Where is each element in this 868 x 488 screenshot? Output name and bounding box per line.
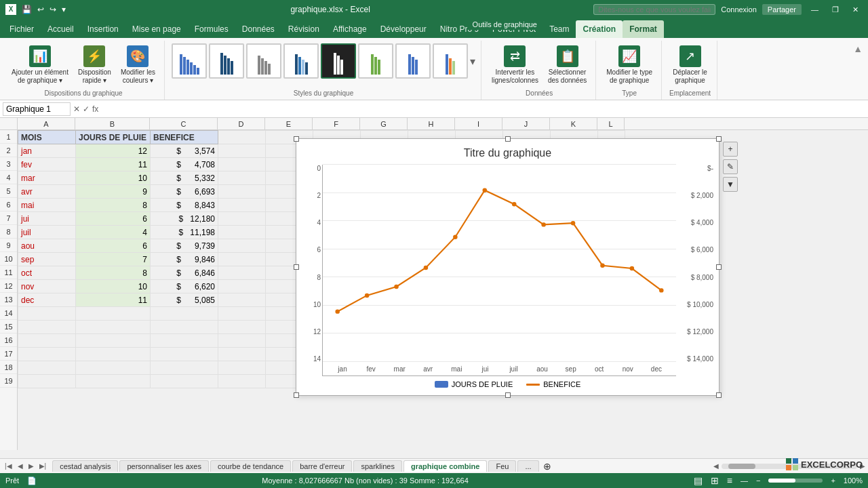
sheet-tab-feu[interactable]: Feu [488,460,516,472]
confirm-formula-icon[interactable]: ✓ [83,104,90,114]
disposition-rapide-button[interactable]: ⚡ Dispositionrapide ▾ [75,43,115,87]
cell-A10[interactable]: sep [18,253,76,266]
cancel-formula-icon[interactable]: ✕ [73,104,80,114]
cell-D2[interactable] [218,144,266,158]
cell-A13[interactable]: dec [18,293,76,307]
chart-style-3[interactable] [246,43,281,79]
connexion-button[interactable]: Connexion [721,5,757,14]
tab-developpeur[interactable]: Développeur [374,20,433,38]
zoom-in-button[interactable]: + [831,476,835,485]
handle-top-middle[interactable] [505,136,511,142]
col-header-A[interactable]: A [18,118,75,129]
cell-A7[interactable]: jui [18,212,76,226]
page-layout-button[interactable]: ⊞ [711,475,719,486]
styles-scroll-down[interactable]: ▾ [470,55,475,68]
formula-input[interactable] [101,104,865,114]
minimize-button[interactable]: — [807,4,823,15]
cell-C9[interactable]: $ 9,739 [151,239,218,253]
col-header-G[interactable]: G [360,118,408,129]
cell-A3[interactable]: fev [18,158,76,171]
tab-accueil[interactable]: Accueil [41,20,81,38]
cell-A18[interactable] [18,361,76,375]
cell-A8[interactable]: juil [18,226,76,239]
selectionner-button[interactable]: 📋 Sélectionnerdes données [545,43,590,87]
sheet-nav-prev[interactable]: ◀ [16,462,25,470]
col-header-C[interactable]: C [150,118,218,129]
tab-fichier[interactable]: Fichier [3,20,41,38]
save-icon[interactable]: 💾 [20,3,33,16]
cell-B8[interactable]: 4 [76,226,151,239]
chart-style-button[interactable]: ✎ [723,159,738,174]
horizontal-scroll-left[interactable]: ◀ [713,462,719,470]
tab-donnees[interactable]: Données [235,20,281,38]
page-break-button[interactable]: ≡ [727,475,732,486]
partager-button[interactable]: Partager [762,4,802,15]
tab-mise-en-page[interactable]: Mise en page [125,20,188,38]
cell-B13[interactable]: 11 [76,293,151,307]
col-header-F[interactable]: F [313,118,360,129]
modifier-type-button[interactable]: 📈 Modifier le typede graphique [603,43,656,87]
customize-icon[interactable]: ▾ [60,3,67,16]
help-search-input[interactable] [593,4,715,15]
cell-C8[interactable]: $ 11,198 [151,226,218,239]
ribbon-collapse-button[interactable]: ▲ [850,41,865,57]
chart-style-6[interactable] [358,43,393,79]
cell-D1[interactable] [218,131,266,144]
deplacer-button[interactable]: ↗ Déplacer legraphique [669,43,711,87]
chart-plot[interactable]: jan fev mar avr mai jui juil aou sep oct [322,165,676,376]
cell-C4[interactable]: $ 5,332 [151,171,218,185]
cell-C6[interactable]: $ 8,843 [151,199,218,212]
cell-C13[interactable]: $ 5,085 [151,293,218,307]
chart-overlay[interactable]: + ✎ ▼ Titre du graphique 14 12 10 8 6 [296,138,719,396]
modifier-couleurs-button[interactable]: 🎨 Modifier lescouleurs ▾ [117,43,159,87]
cell-B1[interactable]: JOURS DE PLUIE [76,131,151,144]
maximize-button[interactable]: ❐ [828,4,843,16]
sheet-tab-sparklines[interactable]: sparklines [353,460,402,472]
intervertir-button[interactable]: ⇄ Intervertir leslignes/colonnes [488,43,542,87]
sheet-tab-barre-erreur[interactable]: barre d'erreur [292,460,352,472]
col-header-I[interactable]: I [455,118,502,129]
insert-function-icon[interactable]: fx [92,104,98,114]
cell-A14[interactable] [18,307,76,321]
sheet-tab-more[interactable]: ... [517,460,538,472]
cell-A17[interactable] [18,348,76,361]
tab-formules[interactable]: Formules [188,20,235,38]
cell-B2[interactable]: 12 [76,144,151,158]
sheet-tab-cestad[interactable]: cestad analysis [52,460,118,472]
add-sheet-button[interactable]: ⊕ [543,461,551,472]
close-button[interactable]: ✕ [848,4,863,16]
tab-format[interactable]: Format [623,20,664,38]
chart-element-button[interactable]: + [723,142,738,157]
undo-icon[interactable]: ↩ [36,3,45,16]
col-header-B[interactable]: B [75,118,150,129]
cell-C5[interactable]: $ 6,693 [151,185,218,199]
sheet-tab-personnaliser[interactable]: personnaliser les axes [119,460,208,472]
cell-B11[interactable]: 8 [76,266,151,280]
cell-C10[interactable]: $ 9,846 [151,253,218,266]
grid-content[interactable]: MOIS JOURS DE PLUIE BENEFICE jan 1 [18,130,868,450]
cell-C1[interactable]: BENEFICE [151,131,218,144]
sheet-tab-graphique-combine[interactable]: graphique combine [403,460,487,472]
chart-title[interactable]: Titre du graphique [302,144,713,165]
cell-A6[interactable]: mai [18,199,76,212]
cell-A19[interactable] [18,375,76,388]
chart-style-4[interactable] [283,43,319,79]
cell-C7[interactable]: $ 12,180 [151,212,218,226]
sheet-nav-next[interactable]: ▶ [26,462,36,470]
cell-A2[interactable]: jan [18,144,76,158]
cell-B9[interactable]: 6 [76,239,151,253]
cell-B3[interactable]: 11 [76,158,151,171]
cell-B12[interactable]: 10 [76,280,151,293]
handle-top-right[interactable] [716,136,722,142]
cell-A16[interactable] [18,334,76,348]
normal-view-button[interactable]: ▤ [694,475,703,486]
chart-style-2[interactable] [209,43,244,79]
cell-C11[interactable]: $ 6,846 [151,266,218,280]
cell-A15[interactable] [18,321,76,334]
handle-bottom-right[interactable] [716,392,722,398]
cell-A11[interactable]: oct [18,266,76,280]
redo-icon[interactable]: ↪ [48,3,58,16]
chart-style-7[interactable] [395,43,431,79]
col-header-J[interactable]: J [502,118,550,129]
cell-A5[interactable]: avr [18,185,76,199]
